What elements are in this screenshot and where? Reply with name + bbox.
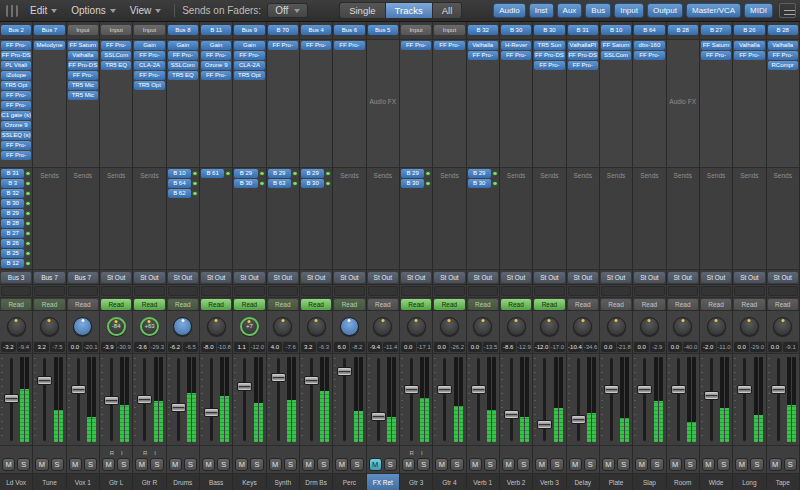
pan-knob[interactable] [673, 317, 692, 336]
track-name[interactable]: Wide [700, 474, 732, 490]
audio-fx-inserts[interactable]: FF Pro- [433, 40, 465, 168]
mute-button[interactable]: M [735, 458, 748, 471]
mute-button[interactable]: M [502, 458, 515, 471]
track-name[interactable]: Drm Bs [300, 474, 332, 490]
volume-readout[interactable]: 0.0 [634, 342, 649, 352]
fx-slot[interactable]: Gain [201, 41, 231, 50]
solo-button[interactable]: S [584, 458, 597, 471]
fx-slot[interactable]: TR5 Mic [68, 91, 98, 100]
mute-button[interactable]: M [202, 458, 215, 471]
fader-handle[interactable] [71, 385, 86, 394]
output-slot[interactable]: St Out [101, 272, 131, 283]
automation-mode[interactable]: Read [301, 299, 331, 310]
view-mode-all[interactable]: All [432, 2, 463, 19]
automation-mode[interactable]: Read [334, 299, 364, 310]
track-name[interactable]: Verb 3 [533, 474, 565, 490]
fx-slot[interactable]: FF Pro- [301, 41, 331, 50]
volume-readout[interactable]: -2.0 [701, 342, 716, 352]
fx-slot[interactable]: iZotope [1, 71, 31, 80]
fx-slot[interactable]: FF Pro- [734, 51, 764, 60]
fx-slot[interactable]: PL Vitali [1, 61, 31, 70]
input-slot[interactable]: Input [134, 25, 164, 35]
input-slot[interactable]: B 10 [601, 25, 631, 35]
volume-readout[interactable]: -3.6 [134, 342, 149, 352]
audio-fx-inserts[interactable]: FF Pro- [400, 40, 432, 168]
sends-section[interactable]: B 29B 63 [267, 168, 299, 270]
automation-mode[interactable]: Read [101, 299, 131, 310]
volume-readout[interactable]: 4.0 [268, 342, 283, 352]
fx-slot[interactable]: FF Pro- [434, 41, 464, 50]
sends-section[interactable]: Sends [600, 168, 632, 270]
group-slot[interactable] [134, 286, 164, 296]
fx-slot[interactable]: C1 gate (s) [1, 111, 31, 120]
solo-button[interactable]: S [217, 458, 230, 471]
automation-mode[interactable]: Read [568, 299, 598, 310]
input-slot[interactable]: B 28 [668, 25, 698, 35]
fx-slot[interactable]: TR5 Sun [534, 41, 564, 50]
solo-button[interactable]: S [750, 458, 763, 471]
pan-knob[interactable] [40, 317, 59, 336]
fader-handle[interactable] [771, 385, 786, 394]
automation-mode[interactable]: Read [68, 299, 98, 310]
fx-slot[interactable]: FF Pro- [468, 51, 498, 60]
audio-fx-inserts[interactable]: ValhallaFF Pro- [467, 40, 499, 168]
fx-slot[interactable]: FF Pro-DS [68, 61, 98, 70]
track-name[interactable]: Gtr R [133, 474, 165, 490]
peak-readout[interactable]: -9.4 [17, 342, 32, 352]
input-slot[interactable]: B 28 [768, 25, 798, 35]
group-slot[interactable] [501, 286, 531, 296]
view-mode-tracks[interactable]: Tracks [385, 2, 432, 19]
send-slot[interactable]: B 12 [1, 259, 31, 268]
volume-readout[interactable]: 0.0 [468, 342, 483, 352]
solo-button[interactable]: S [317, 458, 330, 471]
fx-slot[interactable]: Valhalla [468, 41, 498, 50]
output-slot[interactable]: St Out [668, 272, 698, 283]
volume-readout[interactable]: -9.4 [368, 342, 383, 352]
group-slot[interactable] [234, 286, 264, 296]
send-slot[interactable]: B 29 [234, 169, 264, 178]
input-monitor[interactable]: I [421, 449, 423, 457]
group-slot[interactable] [734, 286, 764, 296]
output-slot[interactable]: St Out [234, 272, 264, 283]
sends-section[interactable]: Sends [133, 168, 165, 270]
mute-button[interactable]: M [2, 458, 15, 471]
group-slot[interactable] [68, 286, 98, 296]
track-name[interactable]: Vox 1 [67, 474, 99, 490]
sends-section[interactable]: B 31B 3B 32B 30B 29B 28B 27B 26B 25B 12 [0, 168, 32, 270]
sends-section[interactable]: Sends [733, 168, 765, 270]
automation-mode[interactable]: Read [668, 299, 698, 310]
sends-section[interactable]: Sends [367, 168, 399, 270]
solo-button[interactable]: S [650, 458, 663, 471]
send-slot[interactable]: B 62 [168, 189, 198, 198]
fx-slot[interactable]: dbx-160 [634, 41, 664, 50]
pan-knob[interactable] [473, 317, 492, 336]
audio-fx-inserts[interactable]: FF SaturnSSLCom [600, 40, 632, 168]
volume-readout[interactable]: -3.2 [1, 342, 16, 352]
fx-slot[interactable]: FF Pro- [68, 71, 98, 80]
sends-section[interactable]: Sends [533, 168, 565, 270]
output-slot[interactable]: St Out [368, 272, 398, 283]
input-slot[interactable]: B 26 [734, 25, 764, 35]
group-slot[interactable] [34, 286, 64, 296]
track-name[interactable]: Tape [767, 474, 799, 490]
send-slot[interactable]: B 3 [1, 179, 31, 188]
audio-fx-inserts[interactable]: FF SaturnFF Pro- [700, 40, 732, 168]
fx-slot[interactable]: FF Pro- [634, 51, 664, 60]
track-name[interactable]: Perc [333, 474, 365, 490]
track-name[interactable]: Slap [633, 474, 665, 490]
solo-button[interactable]: S [417, 458, 430, 471]
sends-section[interactable]: Sends [333, 168, 365, 270]
pan-knob[interactable]: -84 [107, 317, 126, 336]
fx-slot[interactable]: FF Pro- [568, 61, 598, 70]
send-slot[interactable]: B 31 [1, 169, 31, 178]
fx-slot[interactable]: FF Pro- [134, 51, 164, 60]
filter-inst[interactable]: Inst [529, 3, 554, 18]
track-name[interactable]: Verb 2 [500, 474, 532, 490]
fader-handle[interactable] [304, 376, 319, 385]
peak-readout[interactable]: -29.0 [750, 342, 765, 352]
fx-slot[interactable]: TR5 EQ [101, 61, 131, 70]
solo-button[interactable]: S [184, 458, 197, 471]
fx-slot[interactable]: FF Pro- [401, 41, 431, 50]
pan-knob[interactable] [173, 317, 192, 336]
send-slot[interactable]: B 29 [1, 209, 31, 218]
